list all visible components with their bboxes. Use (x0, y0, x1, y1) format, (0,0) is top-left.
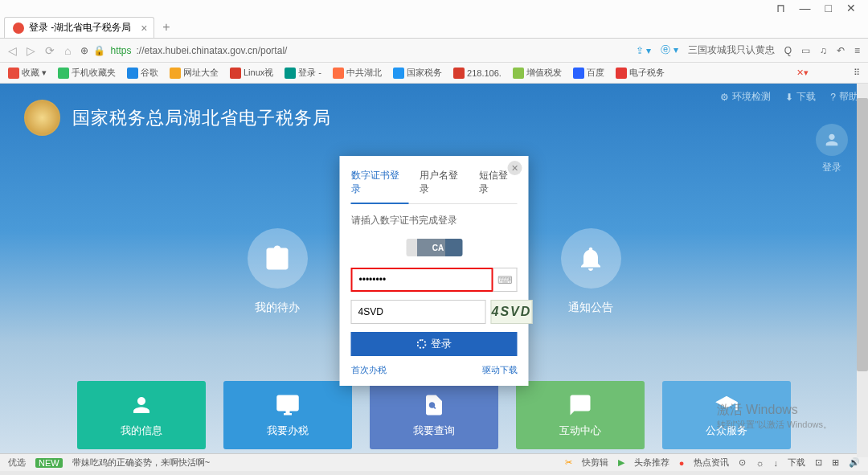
new-tab-button[interactable]: + (154, 17, 178, 38)
bookmark-item[interactable]: 百度 (573, 67, 604, 79)
bookmark-icon (8, 68, 19, 79)
window-tray-icon[interactable]: ⊓ (776, 2, 785, 14)
search-icon[interactable]: Q (784, 45, 792, 56)
ca-usb-icon: CA (351, 239, 518, 256)
tab-close-icon[interactable]: × (141, 22, 147, 35)
url-scheme: https (110, 45, 131, 56)
bookmark-icon (333, 68, 344, 79)
top-links: ⚙ 环境检测 ⬇ 下载 ? 帮助 (720, 90, 858, 104)
download-link[interactable]: ⬇ 下载 (785, 90, 816, 104)
bookmark-item[interactable]: 218.106. (453, 68, 502, 79)
favicon-icon (13, 23, 24, 34)
password-input[interactable] (351, 268, 493, 292)
bookmark-item[interactable]: 网址大全 (170, 67, 219, 79)
driver-download-link[interactable]: 驱动下载 (482, 364, 518, 376)
bookmark-item[interactable]: 电子税务 (616, 67, 665, 79)
status-bar: 优选 NEW 带妹吃鸡的正确姿势，来啊快活啊~ ✂ 快剪辑 ▶ 头条推荐 ● 热… (0, 453, 868, 471)
window-close-icon[interactable]: ✕ (846, 2, 856, 14)
tab-username-login[interactable]: 用户名登录 (420, 166, 468, 203)
badge-icon: NEW (35, 458, 63, 468)
address-bar: ◁ ▷ ⟳ ⌂ ⊕ 🔒 https ://etax.hubei.chinatax… (0, 39, 868, 63)
misc-icon[interactable]: ⊡ (815, 457, 822, 468)
captcha-input[interactable] (351, 300, 486, 324)
monitor-icon (276, 393, 300, 417)
hot-icon[interactable]: ● (679, 458, 685, 468)
login-avatar[interactable]: 登录 (816, 124, 848, 174)
misc-icon[interactable]: ☼ (755, 458, 764, 468)
bookmark-item[interactable]: Linux视 (230, 67, 273, 79)
status-item[interactable]: 优选 (8, 457, 26, 469)
bookmark-icon (285, 68, 296, 79)
window-minimize-icon[interactable]: — (800, 2, 811, 14)
misc-icon[interactable]: ⊞ (832, 457, 839, 468)
clipboard-icon (248, 228, 308, 289)
bookmark-bar: 收藏 ▾ 手机收藏夹 谷歌 网址大全 Linux视 登录 - 中共湖北 国家税务… (0, 63, 868, 84)
status-item[interactable]: 下载 (788, 457, 805, 469)
volume-icon[interactable]: 🔊 (849, 457, 860, 468)
compat-icon[interactable]: ⓔ ▾ (661, 43, 678, 57)
undo-icon[interactable]: ↶ (837, 45, 845, 56)
scrollbar-thumb[interactable] (857, 98, 868, 371)
card-query[interactable]: 我要查询 (370, 381, 498, 449)
search-doc-icon (422, 393, 446, 417)
status-item[interactable]: 快剪辑 (582, 457, 608, 469)
bookmark-item[interactable]: 登录 - (285, 67, 321, 79)
captcha-image[interactable]: 4SVD (491, 300, 533, 324)
misc-icon[interactable]: ↓ (774, 458, 779, 468)
bell-icon (561, 228, 621, 289)
menu-icon[interactable]: ≡ (854, 45, 860, 56)
keyboard-icon[interactable]: ⌨ (493, 268, 518, 292)
bookmark-icon (393, 68, 404, 79)
misc-icon[interactable]: ⊙ (739, 457, 746, 468)
login-hint: 请插入数字证书完成登录 (351, 214, 518, 227)
tab-title: 登录 -湖北省电子税务局 (29, 21, 131, 35)
card-tax-service[interactable]: 我要办税 (223, 381, 352, 449)
person-icon (129, 393, 154, 417)
env-check-link[interactable]: ⚙ 环境检测 (720, 90, 771, 104)
logo-icon (24, 100, 60, 136)
card-interactive[interactable]: 互动中心 (516, 381, 645, 449)
headphones-icon[interactable]: ♫ (820, 45, 827, 56)
refresh-icon[interactable]: ⟳ (45, 44, 55, 57)
scissors-icon[interactable]: ✂ (565, 457, 572, 468)
bookmark-icon (513, 68, 524, 79)
url-text: ://etax.hubei.chinatax.gov.cn/portal/ (136, 45, 287, 56)
status-item[interactable]: 带妹吃鸡的正确姿势，来啊快活啊~ (72, 457, 210, 469)
back-icon[interactable]: ◁ (8, 44, 17, 57)
help-link[interactable]: ? 帮助 (830, 90, 858, 104)
my-todo[interactable]: 我的待办 (248, 228, 308, 315)
bookmark-item[interactable]: 国家税务 (393, 67, 442, 79)
tab-bar: 登录 -湖北省电子税务局 × + (0, 16, 868, 39)
bookmark-item[interactable]: 谷歌 (127, 67, 158, 79)
bookmark-item[interactable]: 中共湖北 (333, 67, 382, 79)
url-input[interactable]: ⊕ 🔒 https ://etax.hubei.chinatax.gov.cn/… (80, 45, 625, 56)
bookmark-item[interactable]: 收藏 ▾ (8, 67, 47, 79)
scrollbar[interactable] (857, 84, 868, 457)
first-time-link[interactable]: 首次办税 (351, 364, 387, 376)
status-item[interactable]: 热点资讯 (694, 457, 729, 469)
window-maximize-icon[interactable]: □ (825, 2, 832, 14)
battery-icon[interactable]: ▭ (801, 45, 810, 56)
share-icon[interactable]: ⇪ ▾ (636, 45, 651, 56)
forward-icon[interactable]: ▷ (27, 44, 35, 57)
bookmark-icon (230, 68, 241, 79)
bookmark-icon (170, 68, 181, 79)
home-icon[interactable]: ⌂ (64, 44, 71, 57)
bookmark-item[interactable]: 增值税发 (513, 67, 562, 79)
apps-icon[interactable]: ⠿ (854, 68, 860, 78)
status-item[interactable]: 头条推荐 (634, 457, 669, 469)
modal-close-icon[interactable]: ✕ (508, 161, 522, 175)
notifications[interactable]: 通知公告 (561, 228, 621, 315)
ext-icon[interactable]: ✕▾ (796, 68, 809, 78)
bookmark-item[interactable]: 手机收藏夹 (58, 67, 116, 79)
browser-tab[interactable]: 登录 -湖北省电子税务局 × (4, 17, 154, 38)
shield-icon: ⊕ (80, 45, 88, 56)
login-button[interactable]: 登录 (351, 332, 518, 356)
login-modal: ✕ 数字证书登录 用户名登录 短信登录 请插入数字证书完成登录 CA ⌨ 4SV… (340, 156, 529, 386)
card-my-info[interactable]: 我的信息 (77, 381, 206, 449)
play-icon[interactable]: ▶ (618, 457, 624, 468)
tab-cert-login[interactable]: 数字证书登录 (351, 166, 409, 204)
password-row: ⌨ (351, 268, 518, 292)
search-hint[interactable]: 三国攻城我只认黄忠 (688, 43, 775, 57)
bookmark-icon (453, 68, 465, 79)
